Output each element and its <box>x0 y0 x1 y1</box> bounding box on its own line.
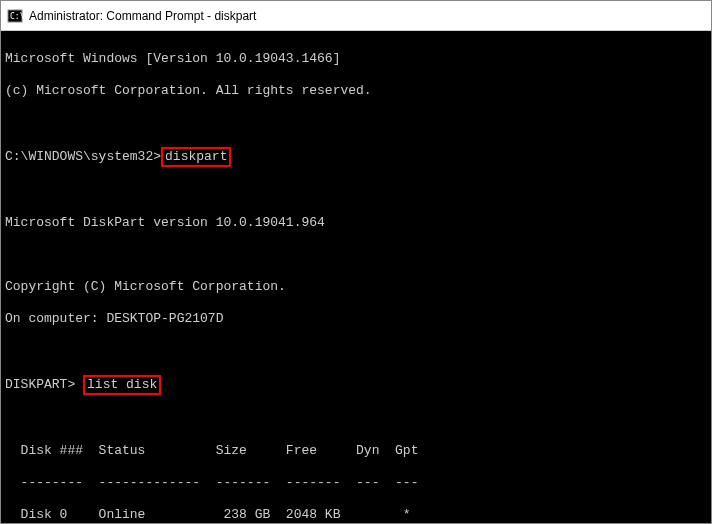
table-header: Disk ### Status Size Free Dyn Gpt <box>5 443 707 459</box>
table-divider: -------- ------------- ------- ------- -… <box>5 475 707 491</box>
banner-line: Microsoft Windows [Version 10.0.19043.14… <box>5 51 707 67</box>
copyright-line: Copyright (C) Microsoft Corporation. <box>5 279 707 295</box>
prompt-line: C:\WINDOWS\system32>diskpart <box>5 147 707 167</box>
computer-line: On computer: DESKTOP-PG2107D <box>5 311 707 327</box>
diskpart-prompt: DISKPART> <box>5 377 75 392</box>
cmd-diskpart: diskpart <box>161 147 231 167</box>
diskpart-version: Microsoft DiskPart version 10.0.19041.96… <box>5 215 707 231</box>
window-title: Administrator: Command Prompt - diskpart <box>29 9 256 23</box>
blank-line <box>5 115 707 131</box>
prompt-path: C:\WINDOWS\system32> <box>5 149 161 164</box>
cmd-icon: C:\ <box>7 8 23 24</box>
blank-line <box>5 343 707 359</box>
blank-line <box>5 183 707 199</box>
blank-line <box>5 247 707 263</box>
table-row: Disk 0 Online 238 GB 2048 KB * <box>5 507 707 523</box>
banner-line: (c) Microsoft Corporation. All rights re… <box>5 83 707 99</box>
cmd-list-disk: list disk <box>83 375 161 395</box>
prompt-line: DISKPART> list disk <box>5 375 707 395</box>
svg-text:C:\: C:\ <box>10 12 23 21</box>
terminal-output[interactable]: Microsoft Windows [Version 10.0.19043.14… <box>1 31 711 523</box>
blank-line <box>5 411 707 427</box>
window-titlebar: C:\ Administrator: Command Prompt - disk… <box>1 1 711 31</box>
